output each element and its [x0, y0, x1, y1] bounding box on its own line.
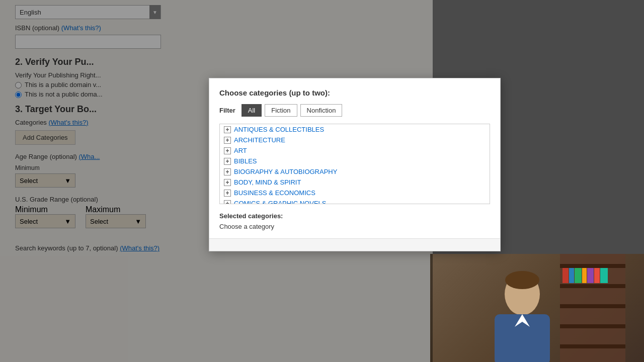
selected-title: Selected categories:: [219, 212, 490, 220]
category-list[interactable]: +ANTIQUES & COLLECTIBLES+ARCHITECTURE+AR…: [219, 124, 490, 204]
svg-rect-8: [575, 268, 582, 283]
category-label: BUSINESS & ECONOMICS: [234, 189, 315, 197]
svg-rect-12: [600, 268, 608, 283]
category-label: ART: [234, 147, 247, 154]
svg-rect-6: [562, 268, 569, 283]
expand-icon: +: [224, 200, 231, 205]
expand-icon: +: [224, 168, 231, 175]
svg-rect-11: [594, 268, 600, 283]
category-label: BIBLES: [234, 157, 257, 165]
svg-rect-7: [569, 268, 574, 283]
category-label: ARCHITECTURE: [234, 136, 285, 144]
list-item[interactable]: +BUSINESS & ECONOMICS: [220, 188, 490, 198]
list-item[interactable]: +ANTIQUES & COLLECTIBLES: [220, 124, 490, 135]
selected-placeholder: Choose a category: [219, 223, 490, 230]
svg-rect-10: [587, 268, 594, 283]
svg-rect-9: [582, 268, 587, 283]
list-item[interactable]: +COMICS & GRAPHIC NOVELS: [220, 198, 490, 204]
modal-footer: [209, 238, 500, 251]
list-item[interactable]: +BIOGRAPHY & AUTOBIOGRAPHY: [220, 166, 490, 177]
filter-nonfiction-button[interactable]: Nonfiction: [300, 104, 343, 117]
list-item[interactable]: +BIBLES: [220, 156, 490, 166]
list-item[interactable]: +BODY, MIND & SPIRIT: [220, 177, 490, 188]
category-label: COMICS & GRAPHIC NOVELS: [234, 200, 326, 204]
expand-icon: +: [224, 126, 231, 133]
filter-fiction-button[interactable]: Fiction: [265, 104, 297, 117]
svg-rect-2: [560, 284, 625, 288]
list-item[interactable]: +ARCHITECTURE: [220, 135, 490, 145]
filter-row: Filter All Fiction Nonfiction: [219, 104, 490, 117]
svg-rect-4: [560, 324, 625, 328]
expand-icon: +: [224, 147, 231, 154]
video-panel: [430, 254, 644, 362]
modal-title: Choose categories (up to two):: [219, 88, 490, 97]
list-item[interactable]: +ART: [220, 145, 490, 156]
filter-label: Filter: [219, 107, 235, 114]
svg-rect-1: [560, 264, 625, 268]
person-video: [449, 254, 625, 362]
expand-icon: +: [224, 158, 231, 165]
selected-section: Selected categories: Choose a category: [219, 212, 490, 230]
svg-point-16: [505, 271, 539, 289]
filter-all-button[interactable]: All: [242, 104, 262, 117]
categories-modal: Choose categories (up to two): Filter Al…: [209, 78, 501, 251]
svg-rect-5: [560, 344, 625, 348]
category-label: BIOGRAPHY & AUTOBIOGRAPHY: [234, 168, 337, 175]
video-content: [430, 254, 644, 362]
category-label: ANTIQUES & COLLECTIBLES: [234, 126, 324, 133]
expand-icon: +: [224, 137, 231, 144]
category-label: BODY, MIND & SPIRIT: [234, 178, 301, 186]
svg-rect-3: [560, 304, 625, 308]
expand-icon: +: [224, 190, 231, 197]
expand-icon: +: [224, 179, 231, 186]
